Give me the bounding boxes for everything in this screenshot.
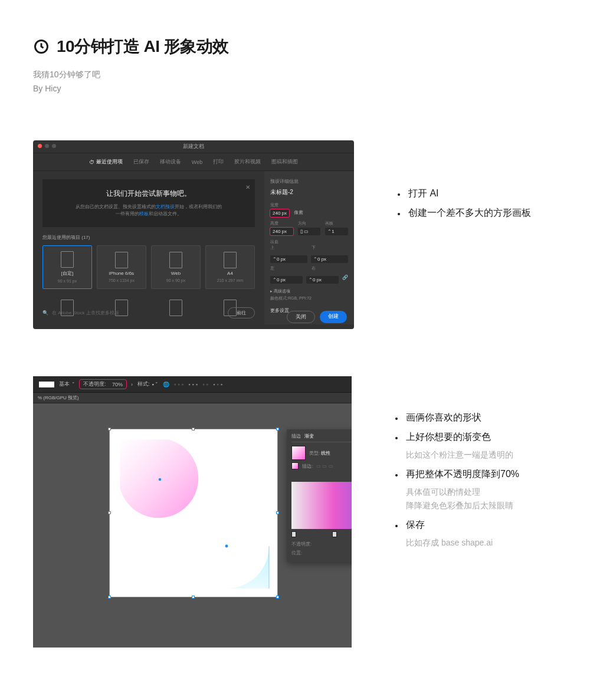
- page-title: 10分钟打造 AI 形象动效: [57, 35, 229, 58]
- tab-stroke[interactable]: 描边: [291, 433, 301, 439]
- new-document-dialog: 新建文档 ⏱ 最近使用项 已保存 移动设备 Web 打印 胶片和视频 图稿和插图…: [33, 140, 354, 329]
- svg-point-2: [225, 545, 228, 548]
- stop-location[interactable]: 位置:: [291, 550, 352, 556]
- svg-point-1: [159, 478, 162, 481]
- bleed-right[interactable]: ⌃ 0 px: [306, 276, 339, 284]
- intro-box: ✕ 让我们开始尝试新事物吧。 从您自己的文档设置、预先设置格式的文档预设开始，或…: [42, 179, 255, 227]
- opacity-control[interactable]: 不透明度: 70%: [80, 380, 126, 389]
- globe-icon[interactable]: 🌐: [163, 382, 169, 387]
- intro-text: 从您自己的文档设置、预先设置格式的文档预设开始，或者利用我们的 一些有用的模板和…: [52, 203, 245, 218]
- bullet: 打开 AI: [395, 188, 557, 200]
- step2-bullets: 画俩你喜欢的形状 上好你想要的渐变色比如这个粉注意一端是透明的 再把整体不透明度…: [393, 412, 557, 550]
- gradient-swatch[interactable]: [291, 446, 306, 460]
- bullet: 创建一个差不多大的方形画板: [395, 207, 557, 219]
- illustrator-window: 基本 ˅ 不透明度: 70% › 样式: ▪ ˅ 🌐 ▫▫▫ ▪▪▪ ▫▫ ▪▫…: [33, 376, 352, 648]
- bullet: 保存比如存成 base shape.ai: [393, 519, 557, 549]
- tab-film[interactable]: 胶片和视频: [234, 158, 261, 166]
- preset-custom[interactable]: [自定]90 x 91 px: [42, 245, 92, 289]
- tab-print[interactable]: 打印: [213, 158, 224, 166]
- bullet: 画俩你喜欢的形状: [393, 412, 557, 424]
- link-icon[interactable]: 🔗: [342, 275, 348, 284]
- fill-swatch[interactable]: [291, 462, 299, 469]
- clock-icon: [33, 38, 50, 55]
- bleed-left[interactable]: ⌃ 0 px: [270, 276, 303, 284]
- preset-web[interactable]: Web90 x 90 px: [151, 245, 201, 289]
- document-name[interactable]: 未标题-2: [270, 188, 348, 196]
- close-icon[interactable]: ✕: [245, 184, 250, 190]
- close-button[interactable]: 关闭: [287, 311, 315, 323]
- tab-gradient[interactable]: 渐变: [304, 433, 314, 439]
- window-controls[interactable]: [38, 144, 56, 148]
- basic-label: 基本 ˅: [59, 380, 75, 388]
- stop-opacity[interactable]: 不透明度:: [291, 541, 352, 547]
- bleed-top[interactable]: ⌃ 0 px: [270, 255, 307, 263]
- bullet: 再把整体不透明度降到70%具体值可以酌情处理 降降避免色彩叠加后太辣眼睛: [393, 468, 557, 512]
- control-bar: 基本 ˅ 不透明度: 70% › 样式: ▪ ˅ 🌐 ▫▫▫ ▪▪▪ ▫▫ ▪▫…: [33, 376, 352, 393]
- gradient-type-select[interactable]: 线性: [321, 451, 330, 456]
- byline: By Hicy: [33, 84, 557, 93]
- go-button[interactable]: 前往: [228, 307, 255, 318]
- page-subtitle: 我猜10分钟够了吧: [33, 70, 557, 80]
- dialog-tabs: ⏱ 最近使用项 已保存 移动设备 Web 打印 胶片和视频 图稿和插图: [33, 153, 354, 171]
- stroke-swatch[interactable]: [39, 382, 54, 387]
- style-label[interactable]: 样式: ▪ ˅: [137, 380, 158, 388]
- advanced-toggle[interactable]: ▸ 高级选项: [270, 288, 348, 294]
- bleed-bottom[interactable]: ⌃ 0 px: [311, 255, 348, 263]
- step-row-1: 新建文档 ⏱ 最近使用项 已保存 移动设备 Web 打印 胶片和视频 图稿和插图…: [33, 140, 557, 329]
- preset-iphone[interactable]: iPhone 6/6s750 x 1334 px: [97, 245, 146, 289]
- intro-heading: 让我们开始尝试新事物吧。: [52, 189, 245, 199]
- stock-search[interactable]: 🔍 在 Adobe Stock 上查找更多模板: [42, 310, 221, 316]
- step1-bullets: 打开 AI 创建一个差不多大的方形画板: [395, 188, 557, 219]
- gradient-panel[interactable]: 描边 渐变 类型: 线性 描边: ▭ ▭ ▭ ⊿ 0°: [287, 429, 352, 562]
- tab-web[interactable]: Web: [192, 158, 202, 166]
- tab-art[interactable]: 图稿和插图: [271, 158, 298, 166]
- dialog-title: 新建文档: [33, 140, 354, 153]
- width-input[interactable]: 240 px: [270, 209, 289, 217]
- tab-recent[interactable]: ⏱ 最近使用项: [89, 158, 123, 166]
- create-button[interactable]: 创建: [320, 311, 347, 323]
- align-icons[interactable]: ▫▫▫ ▪▪▪ ▫▫ ▪▫▪: [174, 382, 224, 387]
- artboard-count[interactable]: ⌃ 1: [325, 228, 348, 235]
- preset-details-panel: 预设详细信息 未标题-2 宽度 240 px 像素 高度 240 px 方向: [264, 171, 354, 324]
- orientation-toggle[interactable]: ▯ ▭: [298, 228, 321, 235]
- artboard[interactable]: [110, 429, 277, 597]
- page-header: 10分钟打造 AI 形象动效 我猜10分钟够了吧 By Hicy: [33, 35, 557, 93]
- document-tab[interactable]: % (RGB/GPU 预览): [33, 393, 352, 403]
- step-row-2: 基本 ˅ 不透明度: 70% › 样式: ▪ ˅ 🌐 ▫▫▫ ▪▪▪ ▫▫ ▪▫…: [33, 376, 557, 648]
- tab-saved[interactable]: 已保存: [133, 158, 149, 166]
- preset-a4[interactable]: A4210 x 297 mm: [205, 245, 255, 289]
- gradient-stops[interactable]: [291, 531, 352, 538]
- height-input[interactable]: 240 px: [270, 228, 293, 235]
- blue-drop-shape[interactable]: [179, 499, 274, 593]
- preset-detail-label: 预设详细信息: [270, 178, 348, 185]
- gradient-ramp[interactable]: [291, 482, 352, 529]
- tab-mobile[interactable]: 移动设备: [160, 158, 181, 166]
- recent-label: 您最近使用的项目 (17): [42, 234, 255, 241]
- bullet: 上好你想要的渐变色比如这个粉注意一端是透明的: [393, 431, 557, 461]
